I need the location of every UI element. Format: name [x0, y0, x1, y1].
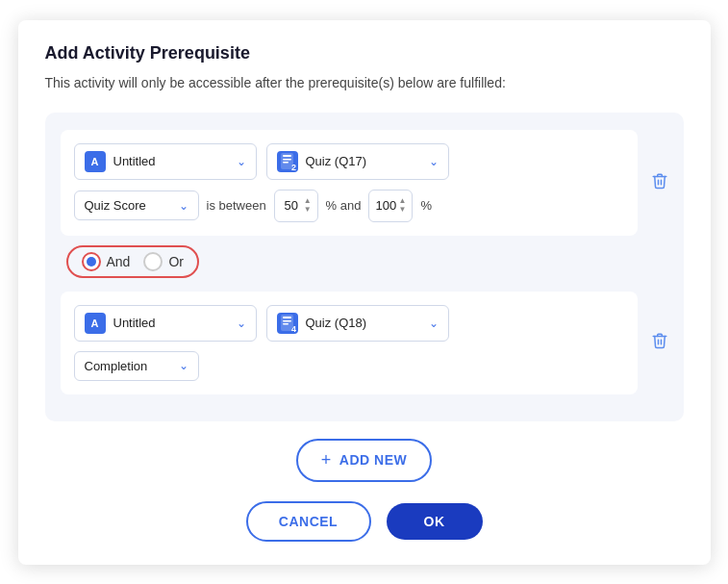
spinner-up-2[interactable]: ▲ [398, 197, 406, 205]
and-radio-label[interactable]: And [82, 252, 131, 271]
activity-chevron-1: ⌄ [237, 155, 246, 168]
svg-rect-7 [283, 320, 291, 322]
svg-rect-1 [283, 155, 291, 157]
activity-chevron-2: ⌄ [237, 317, 246, 330]
activity-icon-1: A [85, 151, 106, 172]
condition-row-1: A Untitled ⌄ 2 [61, 130, 668, 236]
pct-label-2: % [420, 198, 432, 213]
delete-condition-2[interactable] [645, 328, 674, 357]
condition-row-2: A Untitled ⌄ 4 [61, 292, 668, 394]
activity-select-2[interactable]: A Untitled ⌄ [74, 305, 257, 342]
condition-1-top: A Untitled ⌄ 2 [74, 143, 624, 180]
footer-buttons: CANCEL OK [45, 501, 684, 542]
or-radio-label[interactable]: Or [143, 252, 184, 271]
condition-1-bottom: Quiz Score ⌄ is between 50 ▲ ▼ % and 100 [74, 190, 624, 222]
and-radio-inner [87, 257, 96, 267]
and-radio-outer[interactable] [82, 252, 101, 271]
condition-2-bottom: Completion ⌄ [74, 351, 624, 381]
spinner-2[interactable]: ▲ ▼ [398, 197, 406, 214]
or-radio-outer[interactable] [143, 252, 163, 271]
and-label: And [107, 254, 131, 269]
spinner-up-1[interactable]: ▲ [304, 197, 312, 205]
svg-rect-3 [283, 162, 289, 164]
quiz-chevron-1: ⌄ [429, 155, 439, 168]
spinner-1[interactable]: ▲ ▼ [304, 197, 312, 214]
pct-label-1: % and [326, 198, 362, 213]
criteria-label-1: Quiz Score [85, 198, 171, 213]
spinner-down-1[interactable]: ▼ [304, 206, 312, 214]
spinner-down-2[interactable]: ▼ [398, 206, 406, 214]
svg-rect-6 [283, 317, 291, 318]
condition-2-card: A Untitled ⌄ 4 [61, 292, 638, 394]
condition-2-top: A Untitled ⌄ 4 [74, 305, 624, 342]
value-2: 100 [375, 198, 396, 213]
and-or-container: And Or [66, 245, 199, 278]
svg-text:4: 4 [291, 324, 296, 333]
add-new-button[interactable]: + ADD NEW [296, 439, 432, 482]
activity-select-1[interactable]: A Untitled ⌄ [74, 143, 257, 180]
svg-rect-2 [283, 159, 291, 161]
activity-label-2: Untitled [113, 316, 229, 330]
ok-button[interactable]: OK [387, 503, 483, 540]
criteria-chevron-1: ⌄ [179, 199, 188, 213]
quiz-select-1[interactable]: 2 Quiz (Q17) ⌄ [266, 143, 449, 180]
activity-icon-2: A [85, 313, 106, 334]
quiz-label-2: Quiz (Q18) [306, 316, 421, 330]
criteria-chevron-2: ⌄ [179, 359, 188, 372]
modal-title: Add Activity Prerequisite [45, 43, 684, 63]
svg-rect-8 [283, 323, 289, 325]
delete-condition-1[interactable] [645, 168, 674, 197]
cancel-button[interactable]: CANCEL [246, 501, 371, 542]
criteria-select-2[interactable]: Completion ⌄ [74, 351, 199, 381]
quiz-label-1: Quiz (Q17) [306, 154, 421, 168]
quiz-icon-1: 2 [277, 151, 298, 172]
add-new-label: ADD NEW [339, 452, 407, 468]
svg-text:2: 2 [291, 163, 296, 171]
activity-label-1: Untitled [113, 154, 229, 168]
plus-icon: + [321, 450, 332, 470]
quiz-icon-2: 4 [277, 313, 298, 334]
conditions-area: A Untitled ⌄ 2 [45, 113, 684, 421]
modal: Add Activity Prerequisite This activity … [18, 20, 711, 565]
criteria-select-1[interactable]: Quiz Score ⌄ [74, 190, 199, 220]
or-label: Or [168, 254, 184, 269]
quiz-select-2[interactable]: 4 Quiz (Q18) ⌄ [266, 305, 449, 342]
modal-description: This activity will only be accessible af… [45, 73, 684, 93]
and-or-row: And Or [66, 245, 668, 278]
value-input-1[interactable]: 50 ▲ ▼ [274, 190, 318, 222]
condition-1-card: A Untitled ⌄ 2 [61, 130, 638, 236]
value-input-2[interactable]: 100 ▲ ▼ [368, 190, 413, 222]
quiz-chevron-2: ⌄ [429, 317, 439, 330]
operator-label-1: is between [207, 198, 266, 213]
value-1: 50 [281, 198, 302, 213]
criteria-label-2: Completion [85, 359, 171, 373]
